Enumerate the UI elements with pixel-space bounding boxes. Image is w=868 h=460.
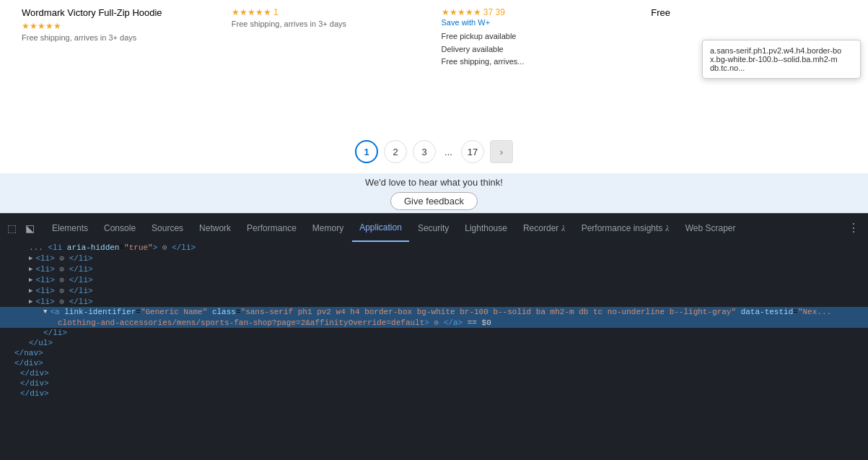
product-title-4: Free [651, 7, 846, 18]
device-toolbar-icon[interactable]: ⬕ [24, 221, 36, 235]
give-feedback-button[interactable]: Give feedback [390, 192, 478, 210]
dom-line-4[interactable]: ▶ <li> ⊙ </li> [0, 274, 868, 285]
page-btn-17[interactable]: 17 [461, 140, 484, 163]
tab-performance-insights[interactable]: Performance insights 𝜆 [574, 214, 677, 242]
devtools-tab-bar: ⬚ ⬕ Elements Console Sources Network Per… [0, 213, 868, 242]
pickup-info: Free pickup availableDelivery availableF… [442, 30, 637, 69]
dom-line-3[interactable]: ▶ <li> ⊙ </li> [0, 264, 868, 274]
save-link[interactable]: Save with W+ [442, 18, 491, 27]
page-btn-2[interactable]: 2 [384, 140, 407, 163]
product-col-1: Wordmark Victory Full-Zip Hoodie ★★★★★ F… [14, 7, 224, 42]
dom-line-6[interactable]: ▶ <li> ⊙ </li> [0, 296, 868, 307]
dom-line-1[interactable]: ... <li aria-hidden="true"> ⊙ </li> [0, 242, 868, 253]
dom-line-5[interactable]: ▶ <li> ⊙ </li> [0, 285, 868, 296]
feedback-section: We'd love to hear what you think! Give f… [0, 173, 868, 213]
pagination-next-button[interactable]: › [490, 140, 513, 163]
page-btn-3[interactable]: 3 [413, 140, 436, 163]
page-btn-1[interactable]: 1 [355, 140, 378, 163]
dom-line-highlighted-1[interactable]: ▼ <a link-identifier="Generic Name" clas… [0, 307, 868, 317]
product-title-1: Wordmark Victory Full-Zip Hoodie [22, 7, 217, 18]
dom-line-9[interactable]: </nav> [0, 348, 868, 358]
product-col-2: ★★★★★ 1 Free shipping, arrives in 3+ day… [224, 7, 434, 28]
more-tabs-button[interactable]: ⋮ [845, 221, 862, 235]
tab-network[interactable]: Network [192, 214, 238, 242]
product-shipping-1: Free shipping, arrives in 3+ days [22, 33, 217, 42]
dom-line-13[interactable]: </div> [0, 389, 868, 399]
tab-elements[interactable]: Elements [45, 214, 95, 242]
pagination-ellipsis: ... [442, 147, 455, 157]
tooltip-text: a.sans-serif.ph1.pv2.w4.h4.border-bo x.b… [710, 46, 841, 72]
dom-line-8[interactable]: </ul> [0, 338, 868, 348]
product-stars-3: ★★★★★ 37 39 [442, 7, 637, 17]
next-icon: › [500, 147, 503, 157]
product-col-3: ★★★★★ 37 39 Save with W+ Free pickup ava… [434, 7, 644, 69]
tooltip-box: a.sans-serif.ph1.pv2.w4.h4.border-bo x.b… [702, 40, 861, 79]
pagination-area: 1 2 3 ... 17 › [0, 130, 868, 173]
tab-console[interactable]: Console [97, 214, 143, 242]
dom-line-7[interactable]: </li> [0, 328, 868, 338]
product-shipping-2: Free shipping, arrives in 3+ days [232, 19, 427, 28]
dom-line-2[interactable]: ▶ <li> ⊙ </li> [0, 253, 868, 264]
tab-security[interactable]: Security [411, 214, 456, 242]
tab-application[interactable]: Application [352, 214, 409, 242]
tab-sources[interactable]: Sources [144, 214, 190, 242]
tab-memory[interactable]: Memory [305, 214, 351, 242]
inspect-element-icon[interactable]: ⬚ [6, 221, 18, 235]
tab-web-scraper[interactable]: Web Scraper [678, 214, 743, 242]
devtools-tabs: Elements Console Sources Network Perform… [45, 214, 845, 242]
devtools-dom-content: ... <li aria-hidden="true"> ⊙ </li> ▶ <l… [0, 242, 868, 460]
tab-performance[interactable]: Performance [240, 214, 304, 242]
feedback-prompt: We'd love to hear what you think! [365, 177, 503, 188]
dom-line-highlighted-2[interactable]: clothing-and-accessories/mens/sports-fan… [0, 317, 868, 328]
product-stars-2: ★★★★★ 1 [232, 7, 427, 17]
dom-line-11[interactable]: </div> [0, 368, 868, 378]
product-stars-1: ★★★★★ [22, 21, 217, 31]
product-col-4: Free [644, 7, 854, 21]
devtools-icon-group: ⬚ ⬕ [6, 221, 36, 235]
tab-recorder[interactable]: Recorder 𝜆 [516, 214, 573, 242]
dom-line-12[interactable]: </div> [0, 378, 868, 389]
tab-lighthouse[interactable]: Lighthouse [457, 214, 514, 242]
devtools-panel: ⬚ ⬕ Elements Console Sources Network Per… [0, 213, 868, 460]
browser-content-area: Wordmark Victory Full-Zip Hoodie ★★★★★ F… [0, 0, 868, 213]
dom-line-10[interactable]: </div> [0, 358, 868, 368]
